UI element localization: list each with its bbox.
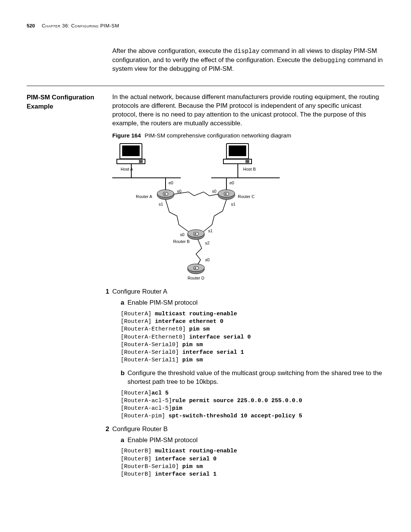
inline-code-debugging: debugging [313,57,346,64]
router-d-icon: R [188,264,204,274]
step-2: 2 Configure Router B [112,425,384,434]
step-1a-code: [RouterA] multicast routing-enable [Rout… [121,310,384,364]
svg-text:R: R [194,233,196,235]
router-b-icon: R [188,230,204,240]
svg-text:s2: s2 [205,241,210,245]
svg-rect-3 [139,160,143,163]
step-1b: b Configure the threshold value of the m… [121,369,384,387]
step-1: 1 Configure Router A [112,288,384,296]
host-a-icon [117,144,145,164]
svg-rect-6 [229,145,246,156]
step-1a: a Enable PIM-SM protocol [121,299,384,307]
section-heading: PIM-SM Configuration Example [27,93,112,111]
step-1-title: Configure Router A [112,288,167,296]
page-number: 520 [27,23,35,29]
svg-text:R: R [164,193,166,195]
svg-text:Host B: Host B [243,167,256,171]
step-2a-code: [RouterB] multicast routing-enable [Rout… [121,447,384,478]
diagram-svg: Host A Host B [112,142,295,283]
svg-rect-8 [245,160,249,163]
svg-text:R: R [194,267,196,270]
svg-text:s0: s0 [205,257,210,262]
svg-rect-1 [122,145,140,156]
host-b-icon [223,144,252,164]
step-1b-code: [RouterA]acl 5 [RouterA-acl-5]rule permi… [121,390,384,420]
svg-text:s0: s0 [180,232,185,237]
step-2a: a Enable PIM-SM protocol [121,436,384,445]
svg-text:R: R [225,193,227,195]
router-a-icon: R [157,190,174,200]
router-c-icon: R [218,190,235,200]
svg-text:e0: e0 [229,181,234,185]
svg-text:Router A: Router A [136,194,152,199]
intro-block: After the above configuration, execute t… [27,47,384,77]
svg-text:Router D: Router D [188,276,204,280]
section-paragraph: In the actual network, because different… [112,93,384,128]
svg-text:s1: s1 [208,228,213,233]
svg-text:Router B: Router B [173,239,190,244]
figure-caption: Figure 164PIM-SM comprehensive configura… [112,132,384,139]
section-block: PIM-SM Configuration Example In the actu… [27,93,384,483]
page: 520 Chapter 36: Configuring PIM-SM After… [0,0,411,506]
separator [27,86,384,86]
svg-text:s1: s1 [159,202,163,206]
svg-text:s0: s0 [212,189,217,193]
svg-text:s1: s1 [231,202,236,206]
step-2-title: Configure Router B [112,425,168,434]
svg-text:e0: e0 [169,181,173,185]
inline-code-display: display [234,48,259,55]
intro-paragraph: After the above configuration, execute t… [112,47,384,73]
network-diagram: Host A Host B [112,142,384,285]
page-header: 520 Chapter 36: Configuring PIM-SM [27,23,384,29]
chapter-title: Chapter 36: Configuring PIM-SM [42,23,119,29]
svg-text:s0: s0 [177,189,182,193]
svg-text:Router C: Router C [238,194,255,199]
